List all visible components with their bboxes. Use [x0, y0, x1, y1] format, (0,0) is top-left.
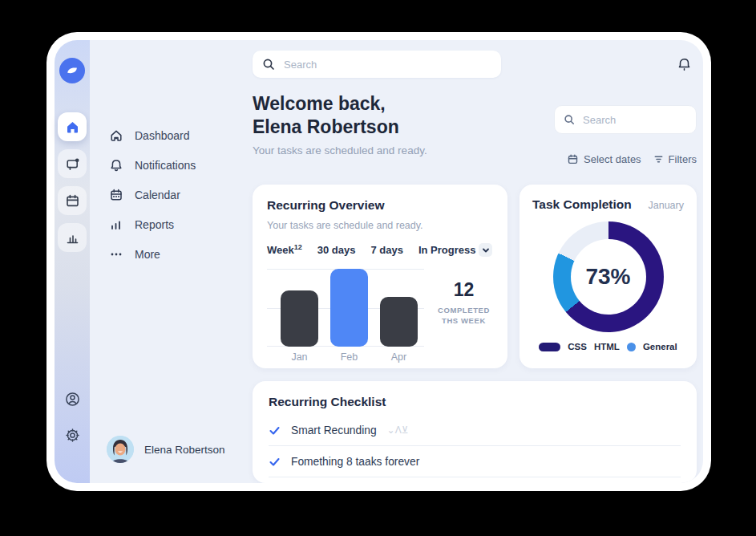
donut-percentage: 73% [585, 264, 630, 290]
donut-legend: CSS HTML General [532, 342, 684, 351]
legend-swatch-css [539, 343, 560, 351]
calendar-icon [65, 193, 80, 209]
sidebar-item-dashboard[interactable]: Dashboard [90, 120, 246, 150]
home-outline-icon [109, 128, 123, 143]
sidebar-item-label: More [135, 248, 160, 261]
x-axis-labels: Jan Feb Apr [267, 351, 424, 363]
monitor-dot-icon [65, 156, 80, 172]
search-icon [564, 114, 575, 125]
recurring-overview-card: Recurring Overview Your tasks are schedu… [253, 185, 507, 368]
user-profile[interactable]: Elena Robertson [90, 436, 246, 463]
app-logo[interactable] [59, 58, 85, 83]
calendar-small-icon [567, 153, 579, 165]
completion-donut-chart: 73% [553, 221, 664, 332]
sidebar-item-calendar[interactable]: Calendar [90, 180, 246, 209]
icon-rail [55, 40, 90, 483]
search-icon [262, 58, 275, 71]
notification-bell-icon[interactable] [677, 57, 692, 72]
bar-jan[interactable] [281, 290, 318, 347]
calendar-outline-icon [109, 188, 123, 202]
panel-search-input[interactable] [581, 113, 687, 127]
gear-icon[interactable] [65, 428, 80, 443]
completed-stat: 12 COMPLETED THS WEEK [438, 279, 493, 363]
sidebar-item-label: Reports [135, 218, 174, 231]
content-area: Dashboard Notifications Calendar [90, 40, 703, 483]
bar-chart-icon [65, 230, 80, 246]
legend-label-general: General [643, 342, 677, 351]
ellipsis-icon [109, 247, 123, 262]
sidebar-item-label: Calendar [135, 189, 180, 201]
checklist-item[interactable]: Repetiting to rea chede ∪⋁ [269, 477, 681, 483]
home-icon [65, 120, 80, 135]
overview-bar-chart: Jan Feb Apr 12 COMPLETED THS WEEK [267, 266, 493, 363]
filter-icon [653, 154, 664, 164]
task-completion-card: Task Completion January 73% CSS HTML [519, 185, 697, 368]
sidebar-item-label: Notifications [135, 159, 196, 172]
select-dates-button[interactable]: Select dates [567, 153, 641, 165]
checklist-item[interactable]: Fomething 8 taaks forever [269, 446, 681, 477]
bar-apr[interactable] [380, 297, 418, 347]
in-progress-dropdown[interactable]: In Progress [418, 243, 493, 257]
check-icon [269, 424, 281, 437]
nav-sidebar: Dashboard Notifications Calendar [90, 40, 246, 483]
topbar [253, 51, 697, 78]
page-title: Welcome back, Elena Robertson [253, 92, 427, 139]
sidebar-item-notifications[interactable]: Notifications [90, 150, 246, 180]
card-title: Recurring Overview [267, 198, 493, 213]
main-panel: Welcome back, Elena Robertson Your tasks… [246, 40, 703, 483]
bar-feb[interactable] [330, 269, 368, 347]
page-subtitle: Your tasks are scheduled and ready. [253, 144, 427, 156]
tab-30-days[interactable]: 30 days [317, 244, 356, 256]
legend-swatch-general [627, 343, 636, 351]
rail-item-calendar[interactable] [58, 186, 87, 215]
panel-search[interactable] [554, 105, 697, 134]
check-icon [269, 456, 281, 468]
sidebar-item-more[interactable]: More [90, 239, 246, 269]
search-input[interactable] [282, 58, 491, 71]
stat-value: 12 [438, 279, 490, 301]
recurring-checklist-card: Recurring Checklist Smart Recunding ⌄Λ⊻ … [253, 381, 697, 483]
donut-center: 73% [571, 239, 646, 315]
bars-icon [109, 217, 123, 232]
garbled-glyph: ⌄Λ⊻ [387, 424, 409, 436]
rail-item-stats[interactable] [58, 223, 87, 252]
leaf-logo-icon [65, 63, 79, 78]
tab-week[interactable]: Week12 [267, 243, 302, 256]
stat-caption: COMPLETED THS WEEK [438, 305, 490, 326]
card-subtitle: Your tasks are schedule and ready. [267, 220, 493, 231]
rail-item-activity[interactable] [58, 149, 87, 178]
legend-label-html: HTML [594, 342, 620, 351]
filters-button[interactable]: Filters [653, 153, 697, 165]
user-name: Elena Robertson [144, 444, 225, 456]
app-window: Dashboard Notifications Calendar [46, 32, 711, 491]
page-header: Welcome back, Elena Robertson Your tasks… [253, 92, 697, 165]
user-circle-icon[interactable] [65, 392, 80, 407]
period-label[interactable]: January [649, 200, 684, 211]
card-title: Task Completion [532, 197, 632, 212]
overview-tabs: Week12 30 days 7 days In Progress [267, 243, 493, 257]
avatar [107, 436, 134, 463]
bell-outline-icon [109, 158, 123, 173]
rail-item-home[interactable] [58, 112, 87, 141]
chevron-down-icon [479, 243, 492, 257]
card-title: Recurring Checklist [269, 395, 681, 409]
global-search[interactable] [253, 51, 501, 78]
tab-7-days[interactable]: 7 days [370, 244, 402, 256]
sidebar-item-label: Dashboard [135, 129, 190, 142]
checklist-item[interactable]: Smart Recunding ⌄Λ⊻ [269, 415, 681, 446]
sidebar-item-reports[interactable]: Reports [90, 209, 246, 239]
legend-label-css: CSS [568, 342, 587, 351]
